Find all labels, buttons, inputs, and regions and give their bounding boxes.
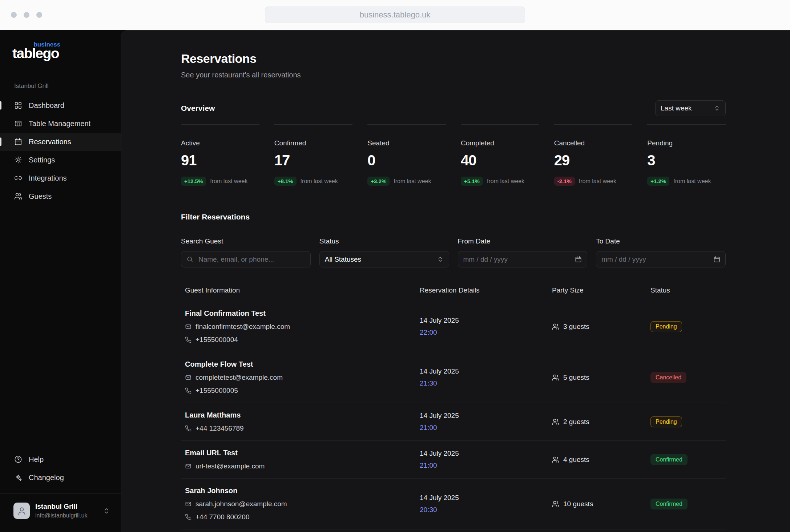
stat-value: 17	[274, 152, 353, 169]
reservation-time-link[interactable]: 20:30	[420, 506, 437, 514]
status-select[interactable]: All Statuses	[319, 251, 449, 267]
window-minimize-button[interactable]	[24, 12, 29, 18]
mail-icon	[185, 501, 192, 507]
stat-value: 29	[554, 152, 633, 169]
profile-meta: Istanbul Grill info@istanbulgrill.uk	[35, 503, 97, 519]
profile-menu[interactable]: Istanbul Grill info@istanbulgrill.uk	[0, 493, 121, 521]
to-date-input[interactable]: mm / dd / yyyy	[596, 251, 726, 267]
users-icon	[552, 323, 559, 330]
overview-stats: Active 91 +12.5% from last week Confirme…	[181, 124, 726, 186]
sidebar: tablego business Istanbul Grill Dashboar…	[0, 30, 121, 532]
guest-name: Email URL Test	[185, 449, 420, 457]
reservation-date: 14 July 2025	[420, 412, 552, 420]
restaurant-label: Istanbul Grill	[14, 82, 121, 90]
guest-search-box[interactable]	[181, 251, 311, 267]
phone-icon	[185, 387, 192, 394]
party-size-value: 10 guests	[563, 500, 593, 508]
guest-phone: +1555000004	[196, 336, 238, 344]
from-date-placeholder: mm / dd / yyyy	[463, 255, 508, 263]
stat-label: Pending	[647, 139, 726, 147]
stat-label: Seated	[367, 139, 446, 147]
stat-caption: from last week	[301, 178, 338, 185]
page-subtitle: See your restaurant's all reservations	[181, 71, 726, 79]
sidebar-item-changelog[interactable]: Changelog	[0, 468, 121, 487]
status-label: Status	[319, 237, 449, 245]
window-close-button[interactable]	[11, 12, 17, 18]
party-size-value: 5 guests	[563, 374, 589, 382]
from-date-input[interactable]: mm / dd / yyyy	[458, 251, 588, 267]
sidebar-item-integrations[interactable]: Integrations	[0, 169, 121, 187]
stat-label: Cancelled	[554, 139, 633, 147]
from-date-field: From Date mm / dd / yyyy	[458, 237, 588, 267]
sidebar-item-guests[interactable]: Guests	[0, 187, 121, 205]
change-badge: +3.2%	[367, 177, 390, 186]
page-title: Reservations	[181, 52, 726, 66]
stat-value: 40	[461, 152, 539, 169]
sidebar-item-dashboard[interactable]: Dashboard	[0, 96, 121, 114]
phone-icon	[185, 425, 192, 432]
status-select-value: All Statuses	[325, 255, 361, 263]
phone-icon	[185, 514, 192, 520]
reservation-time-link[interactable]: 21:00	[420, 424, 437, 432]
status-badge: Cancelled	[650, 372, 686, 383]
link-icon	[14, 174, 22, 182]
sidebar-item-table-management[interactable]: Table Management	[0, 114, 121, 133]
stat-caption: from last week	[579, 178, 616, 185]
table-row[interactable]: Laura Matthams +44 123456789 14 July 202…	[181, 403, 726, 441]
sidebar-item-help[interactable]: Help	[0, 450, 121, 468]
user-icon	[17, 506, 27, 516]
address-bar[interactable]: business.tablego.uk	[265, 7, 525, 23]
users-icon	[552, 456, 559, 463]
date-range-select[interactable]: Last week	[655, 100, 726, 116]
guest-name: Final Confirmation Test	[185, 309, 420, 318]
search-guest-field: Search Guest	[181, 237, 311, 267]
stat-value: 91	[181, 152, 259, 169]
mail-icon	[185, 374, 192, 381]
stat-caption: from last week	[394, 178, 431, 185]
status-field: Status All Statuses	[319, 237, 449, 267]
change-badge: +12.5%	[181, 177, 206, 186]
reservation-time-link[interactable]: 21:30	[420, 379, 437, 387]
table-header-row: Guest Information Reservation Details Pa…	[181, 286, 726, 301]
profile-email: info@istanbulgrill.uk	[35, 512, 97, 519]
table-row[interactable]: Complete Flow Test completetest@example.…	[181, 352, 726, 403]
window-maximize-button[interactable]	[36, 12, 42, 18]
reservation-time-link[interactable]: 21:00	[420, 462, 437, 469]
stat-card-completed: Completed 40 +5.1% from last week	[461, 124, 539, 186]
sidebar-item-settings[interactable]: Settings	[0, 151, 121, 169]
reservation-time-link[interactable]: 22:00	[420, 329, 437, 336]
reservations-table: Guest Information Reservation Details Pa…	[181, 286, 726, 529]
date-range-value: Last week	[661, 104, 692, 112]
mail-icon	[185, 323, 192, 330]
sidebar-item-reservations[interactable]: Reservations	[0, 133, 121, 151]
mail-icon	[185, 463, 192, 469]
users-icon	[552, 374, 559, 381]
stat-value: 3	[647, 152, 726, 169]
stat-caption: from last week	[487, 178, 524, 185]
main-content: Reservations See your restaurant's all r…	[121, 30, 790, 532]
to-date-placeholder: mm / dd / yyyy	[601, 255, 646, 263]
change-badge: +1.2%	[647, 177, 669, 186]
sidebar-footer-nav: Help Changelog	[0, 450, 121, 487]
stat-card-confirmed: Confirmed 17 +8.1% from last week	[274, 124, 353, 186]
from-date-label: From Date	[458, 237, 588, 245]
sidebar-nav: Dashboard Table Management Reservations …	[0, 96, 121, 205]
table-row[interactable]: Email URL Test url-test@example.com 14 J…	[181, 441, 726, 479]
table-row[interactable]: Final Confirmation Test finalconfirmtest…	[181, 301, 726, 352]
reservation-date: 14 July 2025	[420, 494, 552, 502]
profile-name: Istanbul Grill	[35, 503, 97, 511]
users-icon	[552, 418, 559, 426]
reservation-date: 14 July 2025	[420, 450, 552, 458]
filter-title: Filter Reservations	[181, 213, 726, 221]
table-row[interactable]: Sarah Johnson sarah.johnson@example.com …	[181, 479, 726, 529]
change-badge: +8.1%	[274, 177, 297, 186]
guest-search-input[interactable]	[198, 255, 305, 264]
window-controls	[11, 0, 42, 30]
guest-name: Sarah Johnson	[185, 487, 420, 495]
reservation-date: 14 July 2025	[420, 367, 552, 375]
guest-email: completetest@example.com	[196, 374, 283, 382]
stat-card-seated: Seated 0 +3.2% from last week	[367, 124, 446, 186]
browser-chrome: business.tablego.uk	[0, 0, 790, 30]
users-icon	[14, 192, 22, 200]
stat-value: 0	[367, 152, 446, 169]
